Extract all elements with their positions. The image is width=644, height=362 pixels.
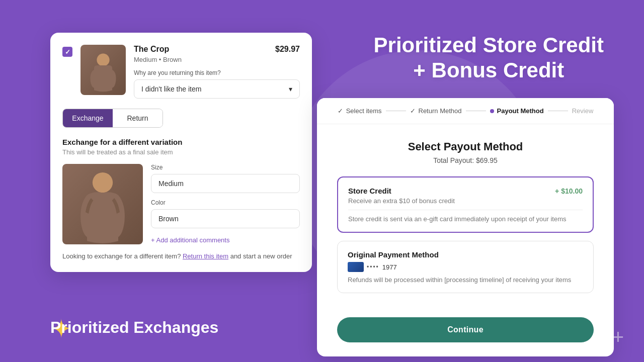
step-review-label: Review bbox=[572, 107, 594, 115]
store-credit-option[interactable]: Store Credit + $10.00 Receive an extra $… bbox=[337, 176, 594, 233]
exchange-subtitle: This will be treated as a final sale ite… bbox=[62, 148, 300, 156]
original-payment-description: Refunds will be processed within [proces… bbox=[348, 276, 583, 284]
product-image bbox=[80, 45, 126, 95]
left-card: The Crop $29.97 Medium • Brown Why are y… bbox=[50, 33, 312, 272]
svg-point-0 bbox=[97, 54, 109, 66]
exchange-title: Exchange for a different variation bbox=[62, 138, 300, 146]
return-item-link[interactable]: Return this item bbox=[183, 252, 228, 260]
exchange-section: Exchange for a different variation This … bbox=[62, 138, 300, 260]
size-field-group: Size bbox=[151, 164, 300, 193]
product-row: The Crop $29.97 Medium • Brown Why are y… bbox=[62, 45, 300, 99]
payout-total: Total Payout: $69.95 bbox=[337, 156, 594, 164]
bottom-text-block: Prioritized Exchanges bbox=[50, 318, 218, 337]
step-divider-1 bbox=[386, 111, 406, 111]
original-payment-option[interactable]: Original Payment Method •••• 1977 Refund… bbox=[337, 241, 594, 293]
variant-image bbox=[62, 164, 143, 244]
footer-suffix: and start a new order bbox=[230, 252, 292, 260]
add-comments-link[interactable]: + Add additional comments bbox=[151, 236, 300, 244]
color-label: Color bbox=[151, 199, 300, 206]
hero-text-block: Prioritized Store Credit + Bonus Credit bbox=[374, 33, 604, 83]
step-payout-label: Payout Method bbox=[497, 107, 544, 115]
variant-fields: Size Color + Add additional comments bbox=[151, 164, 300, 244]
step-select-items: ✓ Select items bbox=[338, 107, 382, 115]
hero-title-line1: Prioritized Store Credit bbox=[374, 33, 604, 57]
color-field-group: Color bbox=[151, 199, 300, 228]
product-info: The Crop $29.97 Medium • Brown Why are y… bbox=[134, 45, 300, 99]
product-variant: Medium • Brown bbox=[134, 56, 300, 63]
step-select-items-label: Select items bbox=[346, 107, 382, 115]
step-return-method-label: Return Method bbox=[419, 107, 462, 115]
store-credit-subtitle: Receive an extra $10 of bonus credit bbox=[348, 197, 583, 205]
dropdown-chevron-icon: ▾ bbox=[289, 85, 292, 93]
exchange-footer: Looking to exchange for a different item… bbox=[62, 252, 300, 260]
step-review: Review bbox=[572, 107, 594, 115]
step-return-method-icon: ✓ bbox=[410, 107, 416, 115]
footer-prefix: Looking to exchange for a different item… bbox=[62, 252, 181, 260]
return-tab[interactable]: Return bbox=[113, 109, 163, 127]
store-credit-bonus: + $10.00 bbox=[555, 187, 583, 195]
store-credit-description: Store credit is sent via an e-gift card … bbox=[348, 215, 583, 223]
return-reason-value: I didn't like the item bbox=[141, 85, 201, 93]
return-reason-label: Why are you returning this item? bbox=[134, 69, 300, 76]
step-payout-dot bbox=[490, 109, 494, 113]
exchange-tab[interactable]: Exchange bbox=[63, 109, 113, 127]
right-content: Select Payout Method Total Payout: $69.9… bbox=[317, 124, 614, 317]
right-card: ✓ Select items ✓ Return Method Payout Me… bbox=[317, 98, 614, 356]
size-input[interactable] bbox=[151, 174, 300, 193]
continue-button-wrap: Continue bbox=[317, 317, 614, 356]
svg-point-2 bbox=[93, 172, 113, 192]
variant-section: Size Color + Add additional comments bbox=[62, 164, 300, 244]
step-select-items-icon: ✓ bbox=[338, 107, 343, 115]
step-return-method: ✓ Return Method bbox=[410, 107, 462, 115]
product-name: The Crop bbox=[134, 45, 169, 54]
card-dots: •••• bbox=[367, 263, 379, 270]
exchange-return-toggle[interactable]: Exchange Return bbox=[62, 109, 163, 128]
store-credit-divider bbox=[348, 210, 583, 210]
card-last4: 1977 bbox=[382, 263, 397, 271]
store-credit-name: Store Credit bbox=[348, 187, 391, 195]
store-credit-header: Store Credit + $10.00 bbox=[348, 187, 583, 195]
step-divider-3 bbox=[548, 111, 568, 111]
product-checkbox[interactable] bbox=[62, 47, 72, 57]
step-payout-method: Payout Method bbox=[490, 107, 544, 115]
hero-title-line2: + Bonus Credit bbox=[413, 58, 564, 82]
color-input[interactable] bbox=[151, 209, 300, 228]
product-price: $29.97 bbox=[275, 45, 300, 54]
sparkle-bottom-right-icon: + bbox=[612, 327, 624, 347]
step-divider-2 bbox=[466, 111, 486, 111]
original-payment-name: Original Payment Method bbox=[348, 250, 439, 259]
payout-title: Select Payout Method bbox=[337, 140, 594, 153]
original-payment-header: Original Payment Method bbox=[348, 250, 583, 259]
bottom-title: Prioritized Exchanges bbox=[50, 318, 218, 337]
card-icon bbox=[348, 262, 364, 272]
size-label: Size bbox=[151, 164, 300, 171]
continue-button[interactable]: Continue bbox=[337, 317, 594, 342]
return-reason-dropdown[interactable]: I didn't like the item ▾ bbox=[134, 79, 300, 99]
steps-bar: ✓ Select items ✓ Return Method Payout Me… bbox=[317, 98, 614, 124]
